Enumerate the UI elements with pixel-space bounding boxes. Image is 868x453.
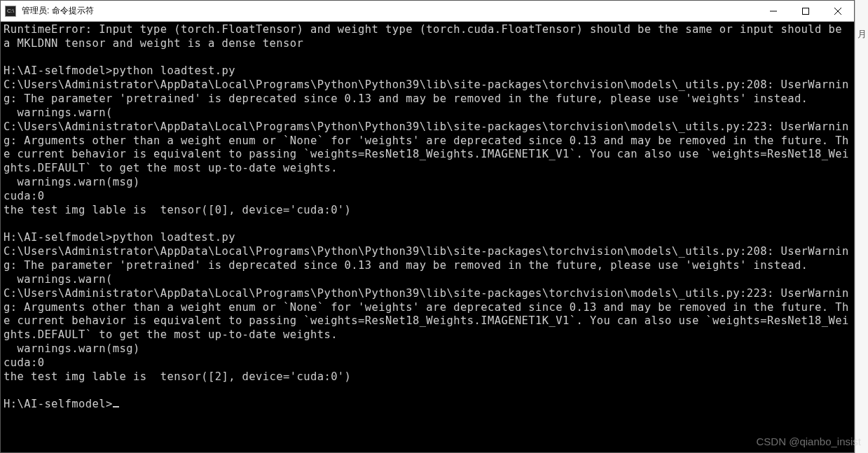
- terminal-output[interactable]: RuntimeError: Input type (torch.FloatTen…: [1, 22, 854, 452]
- adjacent-panel-edge: 月: [855, 0, 868, 453]
- terminal-line: RuntimeError: Input type (torch.FloatTen…: [4, 23, 849, 50]
- terminal-line: C:\Users\Administrator\AppData\Local\Pro…: [4, 78, 849, 105]
- window-controls: [757, 1, 854, 21]
- svg-rect-1: [803, 8, 809, 14]
- titlebar[interactable]: C:\ 管理员: 命令提示符: [1, 1, 854, 22]
- minimize-icon: [770, 8, 777, 15]
- terminal-line: H:\AI-selfmodel>: [4, 398, 113, 410]
- maximize-icon: [802, 8, 809, 15]
- terminal-line: H:\AI-selfmodel>python loadtest.py: [4, 64, 235, 77]
- terminal-line: the test img lable is tensor([2], device…: [4, 370, 351, 383]
- terminal-line: cuda:0: [4, 356, 44, 369]
- close-icon: [834, 8, 841, 15]
- terminal-line: cuda:0: [4, 190, 44, 202]
- terminal-line: warnings.warn(msg): [4, 176, 140, 188]
- terminal-line: the test img lable is tensor([0], device…: [4, 204, 351, 216]
- terminal-line: warnings.warn(msg): [4, 342, 140, 355]
- terminal-line: C:\Users\Administrator\AppData\Local\Pro…: [4, 120, 849, 174]
- cursor: [113, 406, 119, 407]
- terminal-line: H:\AI-selfmodel>python loadtest.py: [4, 231, 235, 244]
- terminal-line: C:\Users\Administrator\AppData\Local\Pro…: [4, 287, 849, 341]
- terminal-line: warnings.warn(: [4, 106, 113, 119]
- close-button[interactable]: [822, 1, 854, 21]
- maximize-button[interactable]: [790, 1, 822, 21]
- terminal-line: warnings.warn(: [4, 273, 113, 286]
- window-title: 管理员: 命令提示符: [22, 5, 757, 17]
- terminal-line: C:\Users\Administrator\AppData\Local\Pro…: [4, 245, 849, 272]
- command-prompt-window: C:\ 管理员: 命令提示符 RuntimeError: Input type …: [0, 0, 855, 453]
- minimize-button[interactable]: [757, 1, 790, 21]
- app-icon: C:\: [5, 6, 16, 17]
